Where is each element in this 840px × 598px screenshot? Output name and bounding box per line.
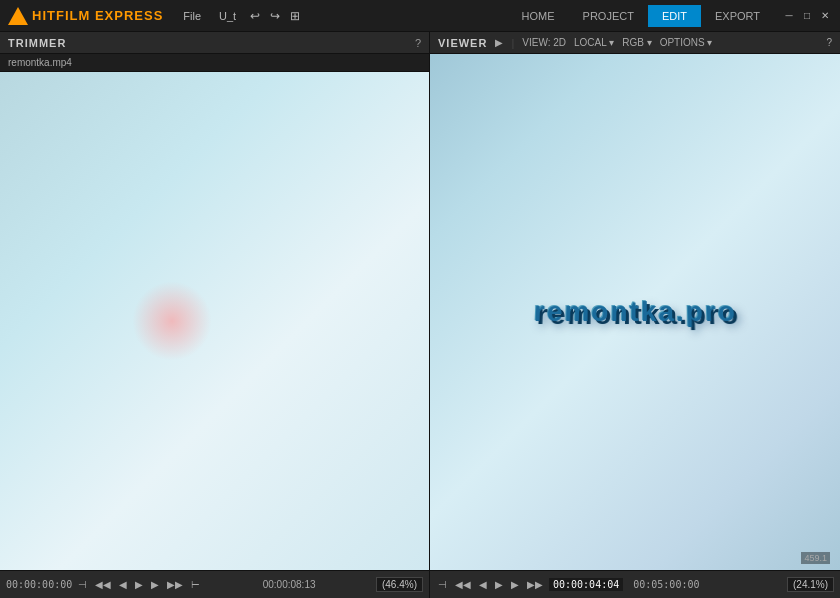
viewer-rgb[interactable]: RGB ▾ bbox=[622, 37, 651, 48]
logo-express: EXPRESS bbox=[95, 8, 163, 23]
trimmer-controls: 00:00:00:00 ⊣ ◀◀ ◀ ▶ ▶ ▶▶ ⊢ 00:00:08:13 … bbox=[0, 570, 429, 598]
viewer-next-btn[interactable]: ▶ bbox=[509, 578, 521, 591]
viewer-local[interactable]: LOCAL ▾ bbox=[574, 37, 614, 48]
viewer-panel: VIEWER ▶ | VIEW: 2D LOCAL ▾ RGB ▾ OPTION… bbox=[430, 32, 840, 598]
menu-ut[interactable]: U_t bbox=[215, 8, 240, 24]
trim-play-btn[interactable]: ▶ bbox=[133, 578, 145, 591]
trimmer-zoom[interactable]: (46.4%) bbox=[376, 577, 423, 592]
maximize-button[interactable]: □ bbox=[800, 9, 814, 23]
close-button[interactable]: ✕ bbox=[818, 9, 832, 23]
tab-edit[interactable]: EDIT bbox=[648, 5, 701, 27]
main-area: TRIMMER ? remontka.mp4 00:00:00:00 ⊣ ◀◀ … bbox=[0, 32, 840, 598]
tab-home[interactable]: HOME bbox=[508, 5, 569, 27]
logo-text: HITFILM EXPRESS bbox=[32, 8, 163, 23]
logo-triangle bbox=[8, 7, 28, 25]
viewer-play-pause-btn[interactable]: ▶ bbox=[493, 578, 505, 591]
menu-file[interactable]: File bbox=[179, 8, 205, 24]
viewer-sep1: | bbox=[511, 37, 514, 49]
minimize-button[interactable]: ─ bbox=[782, 9, 796, 23]
viewer-end-time: 00:05:00:00 bbox=[633, 579, 699, 590]
trim-next-frame-btn[interactable]: ▶▶ bbox=[165, 578, 185, 591]
nav-tabs: HOME PROJECT EDIT EXPORT bbox=[508, 5, 774, 27]
viewer-timecode-overlay: 459.1 bbox=[801, 552, 830, 564]
viewer-title: VIEWER bbox=[438, 37, 487, 49]
trim-prev-frame-btn[interactable]: ◀◀ bbox=[93, 578, 113, 591]
trimmer-viewport[interactable] bbox=[0, 72, 429, 570]
tab-project[interactable]: PROJECT bbox=[569, 5, 648, 27]
trimmer-info-icon[interactable]: ? bbox=[415, 37, 421, 49]
trim-start-btn[interactable]: ⊣ bbox=[76, 578, 89, 591]
viewer-prev-btn[interactable]: ◀ bbox=[477, 578, 489, 591]
window-controls: ─ □ ✕ bbox=[782, 9, 832, 23]
trim-end-btn[interactable]: ⊢ bbox=[189, 578, 202, 591]
viewer-header: VIEWER ▶ | VIEW: 2D LOCAL ▾ RGB ▾ OPTION… bbox=[430, 32, 840, 54]
app-logo: HITFILM EXPRESS bbox=[8, 7, 163, 25]
viewer-info-icon[interactable]: ? bbox=[826, 37, 832, 48]
timecode-end: 00:00:08:13 bbox=[263, 579, 316, 590]
viewer-start-btn[interactable]: ⊣ bbox=[436, 578, 449, 591]
viewer-zoom[interactable]: (24.1%) bbox=[787, 577, 834, 592]
grid-icon[interactable]: ⊞ bbox=[290, 9, 300, 23]
trimmer-glow bbox=[132, 281, 212, 361]
redo-icon[interactable]: ↪ bbox=[270, 9, 280, 23]
viewer-next-frame-btn[interactable]: ▶▶ bbox=[525, 578, 545, 591]
viewer-play-icon[interactable]: ▶ bbox=[495, 37, 503, 48]
trim-next-btn[interactable]: ▶ bbox=[149, 578, 161, 591]
viewer-viewport[interactable]: remontka.pro 459.1 bbox=[430, 54, 840, 570]
trimmer-header: TRIMMER ? bbox=[0, 32, 429, 54]
viewer-controls: ⊣ ◀◀ ◀ ▶ ▶ ▶▶ 00:00:04:04 00:05:00:00 (2… bbox=[430, 570, 840, 598]
undo-icon[interactable]: ↩ bbox=[250, 9, 260, 23]
viewer-prev-frame-btn[interactable]: ◀◀ bbox=[453, 578, 473, 591]
viewer-view-mode[interactable]: VIEW: 2D bbox=[522, 37, 566, 48]
trimmer-filename: remontka.mp4 bbox=[0, 54, 429, 72]
trimmer-panel: TRIMMER ? remontka.mp4 00:00:00:00 ⊣ ◀◀ … bbox=[0, 32, 430, 598]
menu-bar: File U_t ↩ ↪ ⊞ bbox=[179, 8, 300, 24]
logo-hitfilm: HITFILM bbox=[32, 8, 95, 23]
trimmer-title: TRIMMER bbox=[8, 37, 66, 49]
trimmer-timecode-start: 00:00:00:00 bbox=[6, 579, 72, 590]
tab-export[interactable]: EXPORT bbox=[701, 5, 774, 27]
viewer-current-time: 00:00:04:04 bbox=[549, 578, 623, 591]
viewer-options[interactable]: OPTIONS ▾ bbox=[660, 37, 713, 48]
trim-prev-btn[interactable]: ◀ bbox=[117, 578, 129, 591]
title-bar: HITFILM EXPRESS File U_t ↩ ↪ ⊞ HOME PROJ… bbox=[0, 0, 840, 32]
viewer-watermark: remontka.pro bbox=[533, 296, 737, 328]
